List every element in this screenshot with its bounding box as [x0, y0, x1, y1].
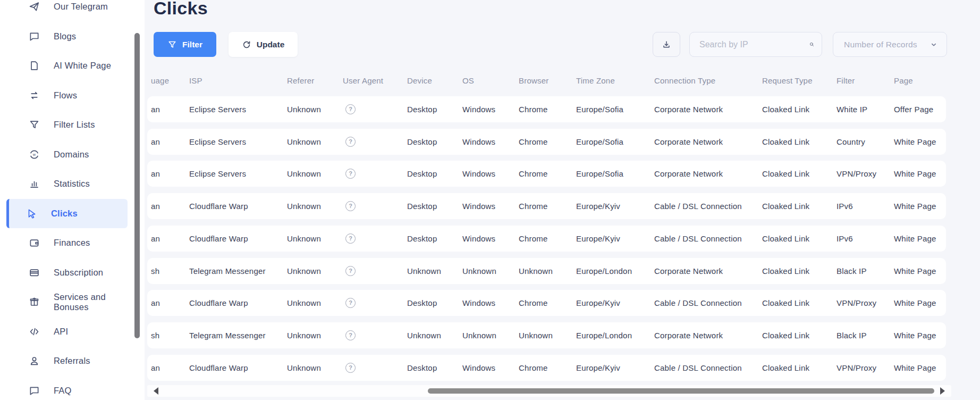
update-button-label: Update — [257, 40, 285, 49]
sidebar-item-label: Domains — [54, 149, 89, 160]
cell-time-zone: Europe/Kyiv — [576, 193, 620, 219]
cell-connection-type: Corporate Network — [654, 96, 723, 122]
help-icon[interactable]: ? — [345, 266, 356, 276]
sidebar-item-finances[interactable]: Finances — [6, 228, 128, 258]
download-button[interactable] — [653, 32, 680, 57]
filter-button-label: Filter — [182, 40, 202, 49]
chat-bubble-icon — [28, 385, 40, 396]
cell-browser: Chrome — [519, 355, 548, 381]
sidebar-item-referrals[interactable]: Referrals — [6, 346, 128, 376]
cell-page: White Page — [894, 129, 936, 155]
card-icon — [28, 266, 40, 278]
cell-os: Windows — [462, 290, 495, 316]
horizontal-scrollbar-thumb[interactable] — [428, 388, 934, 394]
cell-browser: Chrome — [519, 290, 548, 316]
cell-request-type: Cloaked Link — [762, 290, 809, 316]
help-icon[interactable]: ? — [345, 330, 356, 340]
column-header-filter: Filter — [837, 73, 855, 88]
cell-connection-type: Cable / DSL Connection — [654, 226, 742, 252]
scroll-right-arrow-icon[interactable] — [940, 387, 945, 395]
records-per-page-select[interactable]: Number of Records — [833, 32, 947, 57]
sidebar-item-label: API — [54, 327, 68, 337]
sidebar-item-subscription[interactable]: Subscription — [6, 258, 128, 288]
table-row[interactable]: shTelegram MessengerUnknownUnknownUnknow… — [147, 322, 946, 348]
cell-connection-type: Cable / DSL Connection — [654, 193, 742, 219]
table-row[interactable]: anCloudflare WarpUnknownDesktopWindowsCh… — [147, 355, 946, 381]
cell-request-type: Cloaked Link — [762, 161, 809, 187]
funnel-icon — [167, 40, 177, 49]
table-row[interactable]: anEclipse ServersUnknownDesktopWindowsCh… — [147, 161, 946, 187]
cell-language: an — [151, 129, 160, 155]
main-content: Clicks Filter Update Number of Records u… — [145, 0, 980, 400]
page-title: Clicks — [154, 0, 208, 19]
sidebar-item-clicks[interactable]: Clicks — [6, 199, 128, 229]
cell-time-zone: Europe/Sofia — [576, 129, 623, 155]
sidebar-item-label: Finances — [54, 238, 90, 248]
sidebar-item-statistics[interactable]: Statistics — [6, 169, 128, 199]
telegram-icon — [28, 1, 40, 13]
cell-browser: Chrome — [519, 226, 548, 252]
chat-bubble-icon — [28, 30, 40, 42]
cell-connection-type: Corporate Network — [654, 258, 723, 284]
help-icon[interactable]: ? — [345, 363, 356, 373]
cell-referer: Unknown — [287, 322, 321, 348]
scroll-left-arrow-icon[interactable] — [154, 387, 158, 395]
cell-isp: Cloudflare Warp — [189, 355, 248, 381]
cell-device: Desktop — [407, 355, 437, 381]
sidebar-item-label: Our Telegram — [54, 2, 108, 12]
cell-isp: Eclipse Servers — [189, 161, 246, 187]
column-header-browser: Browser — [519, 73, 548, 88]
search-icon[interactable] — [809, 39, 814, 49]
cell-referer: Unknown — [287, 290, 321, 316]
column-header-time-zone: Time Zone — [576, 73, 615, 88]
cell-device: Desktop — [407, 193, 437, 219]
flows-icon — [28, 89, 40, 101]
sidebar-item-api[interactable]: API — [6, 317, 128, 347]
cell-device: Desktop — [407, 226, 437, 252]
help-icon[interactable]: ? — [345, 169, 356, 179]
table-row[interactable]: anEclipse ServersUnknownDesktopWindowsCh… — [147, 129, 946, 155]
table-header-row: uageISPRefererUser AgentDeviceOSBrowserT… — [147, 73, 946, 88]
chevron-down-icon — [930, 40, 938, 49]
cell-request-type: Cloaked Link — [762, 322, 809, 348]
download-icon — [662, 40, 671, 49]
sidebar-item-filter-lists[interactable]: Filter Lists — [6, 110, 128, 140]
sidebar-item-ai-white-page[interactable]: AI White Page — [6, 51, 128, 81]
help-icon[interactable]: ? — [345, 201, 356, 211]
column-header-connection-type: Connection Type — [654, 73, 715, 88]
help-icon[interactable]: ? — [345, 104, 356, 114]
help-icon[interactable]: ? — [345, 298, 356, 308]
filter-button[interactable]: Filter — [154, 32, 216, 57]
sidebar-item-domains[interactable]: w Domains — [6, 140, 128, 170]
cell-time-zone: Europe/Sofia — [576, 96, 623, 122]
sidebar-item-blogs[interactable]: Blogs — [6, 22, 128, 52]
vertical-scrollbar-thumb[interactable] — [134, 33, 140, 338]
help-icon[interactable]: ? — [345, 234, 356, 244]
cell-time-zone: Europe/Sofia — [576, 161, 623, 187]
table-row[interactable]: anCloudflare WarpUnknownDesktopWindowsCh… — [147, 290, 946, 316]
sidebar-item-services-and-bonuses[interactable]: Services and Bonuses — [6, 287, 128, 317]
sidebar-item-label: FAQ — [54, 386, 72, 396]
wallet-icon — [28, 237, 40, 249]
sidebar-item-label: Services and Bonuses — [54, 292, 128, 312]
sidebar-item-faq[interactable]: FAQ — [6, 376, 128, 400]
search-input[interactable] — [699, 40, 809, 49]
cell-time-zone: Europe/Kyiv — [576, 355, 620, 381]
cell-filter: VPN/Proxy — [837, 161, 876, 187]
update-button[interactable]: Update — [229, 32, 298, 57]
sidebar-item-our-telegram[interactable]: Our Telegram — [6, 0, 128, 22]
cell-filter: White IP — [837, 96, 867, 122]
cell-referer: Unknown — [287, 129, 321, 155]
help-icon[interactable]: ? — [345, 137, 356, 147]
table-row[interactable]: anCloudflare WarpUnknownDesktopWindowsCh… — [147, 226, 946, 252]
column-header-page: Page — [894, 73, 913, 88]
cell-filter: VPN/Proxy — [837, 290, 876, 316]
sidebar: Our Telegram Blogs AI White Page Flows F… — [0, 0, 145, 400]
cell-isp: Cloudflare Warp — [189, 290, 248, 316]
refresh-icon — [242, 40, 251, 49]
table-row[interactable]: anCloudflare WarpUnknownDesktopWindowsCh… — [147, 193, 946, 219]
cell-browser: Chrome — [519, 161, 548, 187]
table-row[interactable]: shTelegram MessengerUnknownUnknownUnknow… — [147, 258, 946, 284]
table-row[interactable]: anEclipse ServersUnknownDesktopWindowsCh… — [147, 96, 946, 122]
sidebar-item-flows[interactable]: Flows — [6, 81, 128, 111]
